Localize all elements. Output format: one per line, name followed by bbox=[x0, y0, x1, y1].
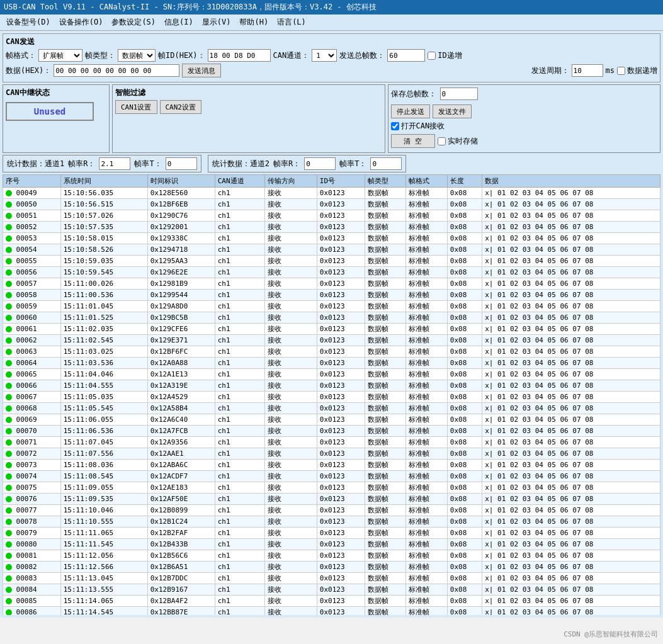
menu-device-type[interactable]: 设备型号(D) bbox=[3, 16, 54, 29]
table-row[interactable]: 00057 15:11:00.026 0x12981B9 ch1 接收 0x01… bbox=[3, 278, 660, 290]
table-row[interactable]: 00059 15:11:01.045 0x129A8D0 ch1 接收 0x01… bbox=[3, 301, 660, 312]
cell-data: x| 01 02 03 04 05 06 07 08 bbox=[482, 244, 660, 256]
table-row[interactable]: 00063 15:11:03.025 0x12BF6FC ch1 接收 0x01… bbox=[3, 346, 660, 358]
table-row[interactable]: 00072 15:11:07.556 0x12AAE1 ch1 接收 0x012… bbox=[3, 448, 660, 460]
table-row[interactable]: 00053 15:10:58.015 0x129338C ch1 接收 0x01… bbox=[3, 233, 660, 244]
table-row[interactable]: 00069 15:11:06.055 0x12A6C40 ch1 接收 0x01… bbox=[3, 414, 660, 426]
open-can-receive-checkbox[interactable] bbox=[391, 122, 399, 130]
table-row[interactable]: 00067 15:11:05.035 0x12A4529 ch1 接收 0x01… bbox=[3, 392, 660, 403]
can-channel-select[interactable]: 1 2 bbox=[312, 49, 337, 62]
menu-param-set[interactable]: 参数设定(S) bbox=[108, 16, 159, 29]
frame-format-select[interactable]: 扩展帧 标准帧 bbox=[38, 49, 82, 62]
table-row[interactable]: 00055 15:10:59.035 0x1295AA3 ch1 接收 0x01… bbox=[3, 256, 660, 267]
cell-seq: 00050 bbox=[3, 199, 61, 210]
cell-time-id: 0x12ABA6C bbox=[147, 460, 215, 471]
cell-dir: 接收 bbox=[265, 494, 317, 505]
menu-device-op[interactable]: 设备操作(O) bbox=[55, 16, 107, 29]
cell-id: 0x0123 bbox=[317, 358, 365, 369]
cell-seq: 00084 bbox=[3, 584, 61, 596]
cell-frame-type: 数据帧 bbox=[365, 392, 406, 403]
table-row[interactable]: 00085 15:11:14.065 0x12BA4F2 ch1 接收 0x01… bbox=[3, 596, 660, 607]
cell-sys-time: 15:10:56.035 bbox=[60, 188, 147, 199]
send-cycle-input[interactable]: 10 bbox=[572, 64, 603, 77]
stats-ch2-frame-t-input[interactable]: 0 bbox=[370, 157, 402, 170]
table-row[interactable]: 00058 15:11:00.536 0x1299544 ch1 接收 0x01… bbox=[3, 290, 660, 301]
cell-channel: ch1 bbox=[215, 448, 264, 460]
send-file-btn[interactable]: 发送文件 bbox=[433, 105, 472, 118]
cell-seq: 00060 bbox=[3, 312, 61, 324]
cell-id: 0x0123 bbox=[317, 256, 365, 267]
table-row[interactable]: 00062 15:11:02.545 0x129E371 ch1 接收 0x01… bbox=[3, 335, 660, 346]
table-row[interactable]: 00060 15:11:01.525 0x129BC5B ch1 接收 0x01… bbox=[3, 312, 660, 324]
cell-sys-time: 15:11:05.035 bbox=[60, 392, 147, 403]
cell-time-id: 0x12BF6FC bbox=[147, 346, 215, 358]
cell-data: x| 01 02 03 04 05 06 07 08 bbox=[482, 222, 660, 233]
table-row[interactable]: 00050 15:10:56.515 0x12BF6EB ch1 接收 0x01… bbox=[3, 199, 660, 210]
save-frames-input[interactable]: 0 bbox=[440, 88, 478, 100]
table-row[interactable]: 00051 15:10:57.026 0x1290C76 ch1 接收 0x01… bbox=[3, 210, 660, 222]
can1-settings-btn[interactable]: CAN1设置 bbox=[115, 100, 157, 114]
menu-language[interactable]: 语言(L) bbox=[273, 16, 310, 29]
table-row[interactable]: 00078 15:11:10.555 0x12B1C24 ch1 接收 0x01… bbox=[3, 516, 660, 528]
table-row[interactable]: 00077 15:11:10.046 0x12B0899 ch1 接收 0x01… bbox=[3, 505, 660, 516]
stop-send-btn[interactable]: 停止发送 bbox=[391, 105, 430, 118]
stats-ch2-frame-r-input[interactable]: 0 bbox=[304, 157, 336, 170]
open-can-receive-row[interactable]: 打开CAN接收 bbox=[391, 121, 478, 132]
data-increment-check[interactable]: 数据递增 bbox=[617, 65, 657, 76]
table-row[interactable]: 00052 15:10:57.535 0x1292001 ch1 接收 0x01… bbox=[3, 222, 660, 233]
table-row[interactable]: 00071 15:11:07.045 0x12A9356 ch1 接收 0x01… bbox=[3, 437, 660, 448]
cell-seq: 00063 bbox=[3, 346, 61, 358]
table-row[interactable]: 00075 15:11:09.055 0x12AE183 ch1 接收 0x01… bbox=[3, 482, 660, 494]
table-row[interactable]: 00086 15:11:14.545 0x12BB87E ch1 接收 0x01… bbox=[3, 607, 660, 616]
menu-info[interactable]: 信息(I) bbox=[161, 16, 197, 29]
table-row[interactable]: 00081 15:11:12.056 0x12B56C6 ch1 接收 0x01… bbox=[3, 550, 660, 562]
menu-display[interactable]: 显示(V) bbox=[198, 16, 235, 29]
table-row[interactable]: 00076 15:11:09.535 0x12AF50E ch1 接收 0x01… bbox=[3, 494, 660, 505]
data-increment-checkbox[interactable] bbox=[617, 67, 625, 75]
table-row[interactable]: 00056 15:10:59.545 0x1296E2E ch1 接收 0x01… bbox=[3, 267, 660, 278]
cell-sys-time: 15:10:57.535 bbox=[60, 222, 147, 233]
table-row[interactable]: 00074 15:11:08.545 0x12ACDF7 ch1 接收 0x01… bbox=[3, 471, 660, 482]
cell-frame-type: 数据帧 bbox=[365, 494, 406, 505]
cell-id: 0x0123 bbox=[317, 471, 365, 482]
cell-time-id: 0x12A7FCB bbox=[147, 426, 215, 437]
table-row[interactable]: 00068 15:11:05.545 0x12A58B4 ch1 接收 0x01… bbox=[3, 403, 660, 414]
table-row[interactable]: 00083 15:11:13.045 0x12B7DDC ch1 接收 0x01… bbox=[3, 573, 660, 584]
table-row[interactable]: 00073 15:11:08.036 0x12ABA6C ch1 接收 0x01… bbox=[3, 460, 660, 471]
cell-len: 0x08 bbox=[447, 471, 482, 482]
table-row[interactable]: 00049 15:10:56.035 0x128E560 ch1 接收 0x01… bbox=[3, 188, 660, 199]
total-frames-label: 发送总帧数： bbox=[339, 50, 385, 61]
data-hex-input[interactable]: 00 00 00 00 00 00 00 00 bbox=[54, 64, 179, 77]
can2-settings-btn[interactable]: CAN2设置 bbox=[160, 100, 202, 114]
stats-ch1-frame-t-input[interactable]: 0 bbox=[166, 157, 197, 170]
frame-type-select[interactable]: 数据帧 远程帧 bbox=[118, 49, 156, 62]
realtime-store-checkbox[interactable] bbox=[438, 137, 446, 145]
realtime-store-row[interactable]: 实时存储 bbox=[438, 136, 478, 147]
cell-data: x| 01 02 03 04 05 06 07 08 bbox=[482, 584, 660, 596]
cell-data: x| 01 02 03 04 05 06 07 08 bbox=[482, 380, 660, 392]
table-row[interactable]: 00084 15:11:13.555 0x12B9167 ch1 接收 0x01… bbox=[3, 584, 660, 596]
cell-dir: 接收 bbox=[265, 596, 317, 607]
table-row[interactable]: 00061 15:11:02.035 0x129CFE6 ch1 接收 0x01… bbox=[3, 324, 660, 335]
id-increment-checkbox[interactable] bbox=[428, 52, 436, 60]
table-row[interactable]: 00070 15:11:06.536 0x12A7FCB ch1 接收 0x01… bbox=[3, 426, 660, 437]
send-msg-btn[interactable]: 发送消息 bbox=[182, 64, 221, 77]
id-increment-check[interactable]: ID递增 bbox=[428, 50, 462, 61]
table-container[interactable]: 序号 系统时间 时间标识 CAN通道 传输方向 ID号 帧类型 帧格式 长度 数… bbox=[3, 174, 660, 615]
cell-id: 0x0123 bbox=[317, 403, 365, 414]
clear-btn[interactable]: 清 空 bbox=[391, 134, 435, 148]
table-row[interactable]: 00080 15:11:11.545 0x12B433B ch1 接收 0x01… bbox=[3, 539, 660, 550]
unused-button[interactable]: Unused bbox=[6, 102, 94, 121]
stats-ch1-frame-r-input[interactable]: 2.1 bbox=[99, 157, 130, 170]
total-frames-input[interactable]: 60 bbox=[387, 49, 425, 62]
table-row[interactable]: 00082 15:11:12.566 0x12B6A51 ch1 接收 0x01… bbox=[3, 562, 660, 573]
table-row[interactable]: 00065 15:11:04.046 0x12A1E13 ch1 接收 0x01… bbox=[3, 369, 660, 380]
menu-help[interactable]: 帮助(H) bbox=[235, 16, 272, 29]
table-row[interactable]: 00079 15:11:11.065 0x12B2FAF ch1 接收 0x01… bbox=[3, 528, 660, 539]
cell-id: 0x0123 bbox=[317, 596, 365, 607]
cell-data: x| 01 02 03 04 05 06 07 08 bbox=[482, 437, 660, 448]
table-row[interactable]: 00054 15:10:58.526 0x1294718 ch1 接收 0x01… bbox=[3, 244, 660, 256]
table-row[interactable]: 00064 15:11:03.536 0x12A0A88 ch1 接收 0x01… bbox=[3, 358, 660, 369]
table-row[interactable]: 00066 15:11:04.555 0x12A319E ch1 接收 0x01… bbox=[3, 380, 660, 392]
frame-id-input[interactable]: 18 00 D8 D0 bbox=[208, 49, 271, 62]
